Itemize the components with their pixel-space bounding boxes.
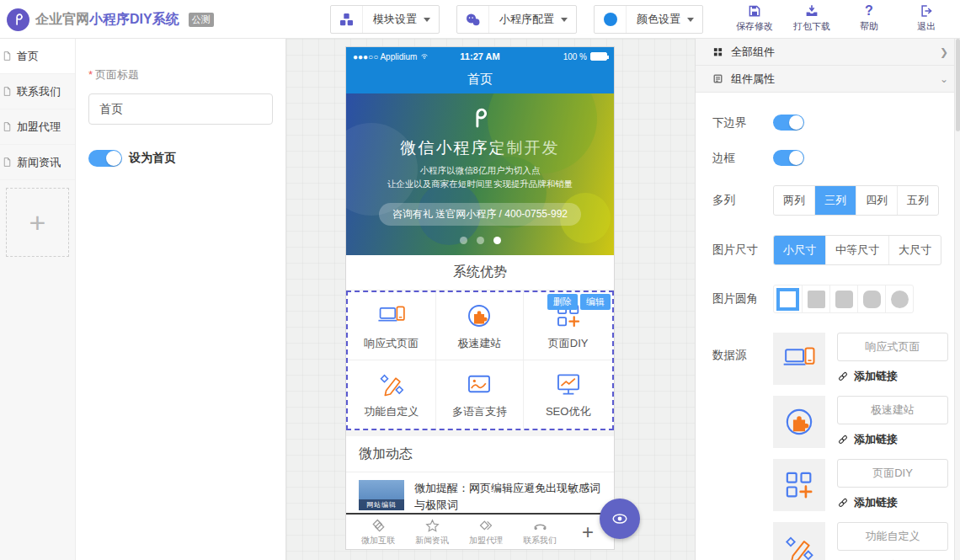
image-size-label: 图片尺寸 bbox=[712, 243, 773, 258]
grid-cell-multilanguage[interactable]: 多语言支持 bbox=[436, 360, 525, 429]
tab-weijia[interactable]: 微加互联 bbox=[351, 518, 405, 547]
banner-cta-pill[interactable]: 咨询有礼 送官网小程序 / 400-0755-992 bbox=[379, 203, 581, 226]
header-menus: 模块设置 小程序配置 颜色设置 bbox=[330, 5, 703, 34]
save-label: 保存修改 bbox=[736, 20, 773, 33]
columns-segmented: 两列 三列 四列 五列 bbox=[773, 185, 939, 216]
radius-option-1[interactable] bbox=[802, 285, 829, 312]
datasource-name-input[interactable] bbox=[837, 333, 948, 361]
phone-page-title: 首页 bbox=[467, 72, 493, 88]
grid-cell-responsive[interactable]: 响应式页面 bbox=[348, 292, 436, 360]
image-size-medium[interactable]: 中等尺寸 bbox=[825, 236, 888, 264]
laptop-phone-icon bbox=[773, 333, 825, 385]
component-props-header[interactable]: 组件属性 ⌄ bbox=[696, 66, 960, 93]
brand: 企业官网小程序DIY系统 公测 bbox=[7, 0, 214, 39]
datasource-name-input[interactable] bbox=[837, 459, 948, 488]
menu-label: 小程序配置 bbox=[489, 12, 561, 27]
dot[interactable] bbox=[477, 237, 484, 244]
radius-option-2[interactable] bbox=[829, 285, 857, 312]
eye-icon bbox=[611, 509, 629, 528]
add-link-button[interactable]: 添加链接 bbox=[837, 369, 948, 384]
add-link-button[interactable]: 添加链接 bbox=[837, 432, 948, 447]
datasource-row: 数据源 添加链接 bbox=[712, 333, 960, 560]
module-settings-button[interactable]: 模块设置 bbox=[330, 5, 440, 34]
radius-option-0-selected[interactable] bbox=[774, 285, 802, 312]
weijia-icon bbox=[371, 518, 387, 534]
tab-agent[interactable]: 加盟代理 bbox=[459, 518, 513, 547]
page-icon bbox=[2, 121, 13, 132]
news-list-item[interactable]: 网站编辑 微加提醒：网页编辑应避免出现敏感词与极限词 bbox=[346, 472, 614, 511]
radius-option-4[interactable] bbox=[885, 285, 913, 312]
sidebar-item-news[interactable]: 新闻资讯 bbox=[0, 145, 75, 180]
sidebar-item-agent[interactable]: 加盟代理 bbox=[0, 109, 75, 145]
help-button[interactable]: ? 帮助 bbox=[847, 3, 891, 33]
miniprogram-config-button[interactable]: 小程序配置 bbox=[456, 5, 577, 34]
image-radius-label: 图片圆角 bbox=[712, 291, 773, 307]
help-icon: ? bbox=[865, 3, 873, 19]
columns-label: 多列 bbox=[712, 193, 773, 208]
edit-component-button[interactable]: 编辑 bbox=[580, 294, 611, 310]
puzzle-icon bbox=[465, 301, 493, 330]
save-button[interactable]: 保存修改 bbox=[733, 3, 776, 33]
main-area: 首页 联系我们 加盟代理 新闻资讯 + *页面标题 设为首页 11:27 AM bbox=[0, 39, 960, 560]
columns-option-4[interactable]: 四列 bbox=[856, 186, 897, 215]
exit-button[interactable]: 退出 bbox=[904, 3, 948, 33]
advantage-grid-component-selected[interactable]: 删除 编辑 响应式页面 极速建站 页面DIY bbox=[346, 291, 614, 430]
all-components-header[interactable]: 全部组件 ❯ bbox=[696, 39, 960, 66]
tab-contact[interactable]: 联系我们 bbox=[513, 518, 567, 547]
set-home-label: 设为首页 bbox=[129, 151, 176, 166]
add-page-button[interactable]: + bbox=[6, 188, 69, 257]
scrollbar-thumb[interactable] bbox=[956, 39, 960, 131]
list-icon bbox=[712, 73, 723, 84]
add-link-button[interactable]: 添加链接 bbox=[837, 495, 948, 510]
component-tools: 删除 编辑 bbox=[547, 294, 611, 310]
dot[interactable] bbox=[460, 237, 467, 244]
tags-icon bbox=[478, 518, 494, 534]
image-size-small-selected[interactable]: 小尺寸 bbox=[774, 236, 825, 264]
puzzle-icon bbox=[773, 396, 825, 448]
tab-news[interactable]: 新闻资讯 bbox=[405, 518, 459, 547]
props-body: 下边界 边框 多列 两列 三列 四列 五列 图片尺寸 小尺寸 bbox=[696, 93, 960, 560]
grid-cell-seo[interactable]: SEO优化 bbox=[524, 360, 612, 429]
bottom-border-toggle[interactable] bbox=[773, 115, 804, 131]
image-size-large[interactable]: 大尺寸 bbox=[888, 236, 941, 264]
phone-status-bar: 11:27 AM ●●●○○ Applidium 100 % bbox=[346, 47, 614, 66]
news-thumbnail: 网站编辑 bbox=[359, 480, 404, 510]
banner-slide[interactable]: 微信小程序定制开发 小程序以微信8亿用户为切入点 让企业以及商家在短时间里实现提… bbox=[346, 93, 614, 255]
columns-option-3-selected[interactable]: 三列 bbox=[814, 186, 856, 215]
page-icon bbox=[2, 86, 13, 97]
chevron-down-icon bbox=[424, 18, 430, 22]
section-spacer bbox=[346, 430, 614, 436]
app-logo-icon bbox=[7, 8, 29, 31]
columns-option-5[interactable]: 五列 bbox=[897, 186, 938, 215]
page-icon bbox=[2, 157, 13, 168]
datasource-item: 添加链接 bbox=[773, 522, 948, 560]
columns-option-2[interactable]: 两列 bbox=[774, 186, 814, 215]
preview-button[interactable] bbox=[600, 499, 640, 539]
download-label: 打包下载 bbox=[793, 20, 830, 33]
datasource-name-input[interactable] bbox=[837, 396, 948, 424]
package-download-button[interactable]: 打包下载 bbox=[790, 3, 834, 33]
datasource-name-input[interactable] bbox=[837, 522, 948, 551]
set-home-toggle[interactable] bbox=[88, 150, 122, 167]
sidebar-item-contact[interactable]: 联系我们 bbox=[0, 74, 75, 109]
component-inspector: 全部组件 ❯ 组件属性 ⌄ 下边界 边框 多列 两列 三列 四列 bbox=[695, 39, 960, 560]
color-settings-button[interactable]: 颜色设置 bbox=[594, 5, 703, 34]
inspector-scrollbar[interactable] bbox=[954, 39, 960, 560]
sidebar-item-home[interactable]: 首页 bbox=[0, 39, 75, 74]
border-toggle[interactable] bbox=[773, 150, 804, 166]
help-label: 帮助 bbox=[860, 20, 878, 33]
page-title-input[interactable] bbox=[88, 93, 273, 125]
grid-cell-custom-function[interactable]: 功能自定义 bbox=[348, 360, 436, 429]
header-actions: 保存修改 打包下载 ? 帮助 退出 bbox=[733, 3, 948, 33]
delete-component-button[interactable]: 删除 bbox=[547, 294, 578, 310]
diy-squares-icon bbox=[773, 459, 825, 511]
app-header: 企业官网小程序DIY系统 公测 模块设置 小程序配置 颜色设置 保存修改 打包下… bbox=[0, 0, 960, 39]
beta-badge: 公测 bbox=[189, 13, 214, 27]
chevron-right-icon: ❯ bbox=[940, 46, 948, 58]
news-section-title: 微加动态 bbox=[346, 436, 614, 472]
grid-cell-fast-build[interactable]: 极速建站 bbox=[436, 292, 525, 360]
laptop-phone-icon bbox=[377, 301, 406, 330]
dot-active[interactable] bbox=[493, 237, 501, 244]
radius-option-3[interactable] bbox=[857, 285, 885, 312]
wechat-icon bbox=[457, 6, 489, 33]
